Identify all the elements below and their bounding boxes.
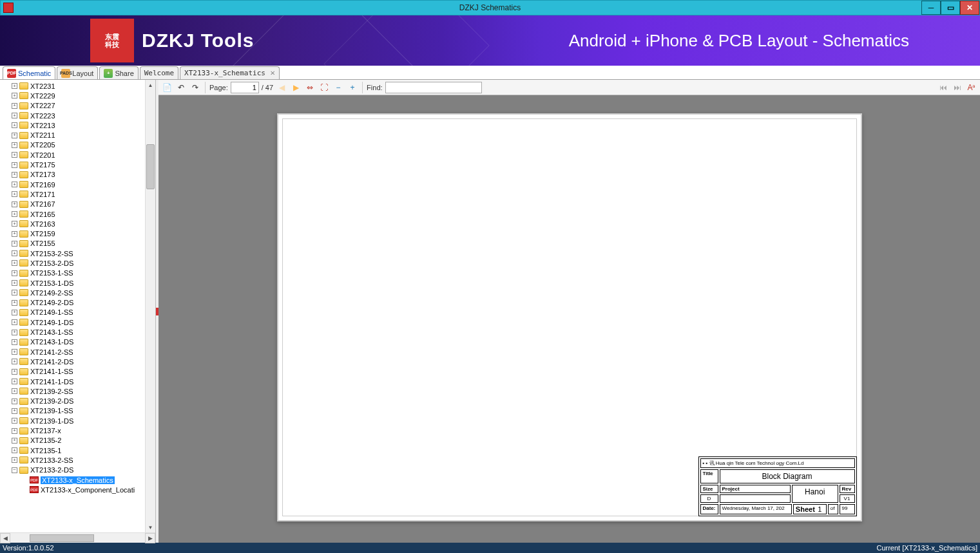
tree-folder[interactable]: XT2139-1-DS — [12, 416, 145, 426]
tree-folder[interactable]: XT2205 — [12, 140, 145, 150]
tree-folder[interactable]: XT2137-x — [12, 426, 145, 435]
close-button[interactable]: ✕ — [960, 1, 979, 15]
tree-folder[interactable]: XT2141-2-SS — [12, 347, 145, 357]
tree-folder[interactable]: XT2167 — [12, 200, 145, 209]
vertical-scrollbar[interactable]: ▲ ▼ — [145, 80, 155, 532]
expand-icon[interactable] — [12, 202, 17, 207]
tab-close-icon[interactable]: ✕ — [270, 70, 275, 77]
expand-icon[interactable] — [12, 457, 17, 463]
tree-folder[interactable]: XT2153-2-SS — [12, 248, 145, 258]
document-canvas[interactable]: ▪ ▪ 讯 Hua qin Tele com Technol ogy Com.L… — [159, 95, 980, 543]
expand-icon[interactable] — [12, 113, 17, 118]
expand-icon[interactable] — [12, 270, 17, 276]
tree-folder[interactable]: XT2153-2-DS — [12, 258, 145, 268]
expand-icon[interactable] — [12, 319, 17, 325]
minimize-button[interactable]: ─ — [921, 1, 941, 15]
tree-view[interactable]: XT2231XT2229XT2227XT2223XT2213XT2211XT22… — [0, 80, 145, 532]
expand-icon[interactable] — [12, 408, 17, 414]
tree-folder[interactable]: XT2143-1-SS — [12, 327, 145, 337]
expand-icon[interactable] — [12, 93, 17, 98]
tree-file[interactable]: PDFXT2133-x_Schematics — [12, 475, 145, 485]
expand-icon[interactable] — [12, 122, 17, 128]
zoom-in-button[interactable]: + — [347, 82, 358, 93]
tree-folder[interactable]: XT2229 — [12, 91, 145, 100]
page-number-input[interactable] — [231, 82, 259, 93]
collapse-icon[interactable] — [12, 467, 17, 473]
scroll-right-button[interactable]: ▶ — [145, 533, 155, 543]
tree-folder[interactable]: XT2149-1-DS — [12, 317, 145, 327]
scroll-left-button[interactable]: ◀ — [0, 533, 10, 543]
tree-folder[interactable]: XT2141-2-DS — [12, 357, 145, 366]
expand-icon[interactable] — [12, 260, 17, 266]
expand-icon[interactable] — [12, 221, 17, 227]
tree-folder[interactable]: XT2149-2-DS — [12, 298, 145, 308]
expand-icon[interactable] — [12, 152, 17, 158]
tree-folder[interactable]: XT2223 — [12, 111, 145, 120]
expand-icon[interactable] — [12, 398, 17, 404]
tree-folder[interactable]: XT2169 — [12, 180, 145, 189]
find-prev-button[interactable]: ⏮ — [937, 82, 949, 93]
expand-icon[interactable] — [12, 447, 17, 453]
expand-icon[interactable] — [12, 191, 17, 197]
maximize-button[interactable]: ▭ — [941, 1, 960, 15]
expand-icon[interactable] — [12, 241, 17, 247]
expand-icon[interactable] — [12, 133, 17, 138]
expand-icon[interactable] — [12, 418, 17, 424]
tree-folder[interactable]: XT2175 — [12, 160, 145, 169]
mode-tab-share[interactable]: + Share — [99, 66, 138, 79]
expand-icon[interactable] — [12, 379, 17, 384]
mode-tab-schematic[interactable]: PDF Schematic — [3, 66, 55, 79]
tree-folder[interactable]: XT2143-1-DS — [12, 337, 145, 347]
tree-folder[interactable]: XT2155 — [12, 239, 145, 248]
splitter-handle-icon[interactable] — [156, 308, 159, 315]
expand-icon[interactable] — [12, 162, 17, 168]
expand-icon[interactable] — [12, 438, 17, 444]
fit-width-button[interactable]: ⇔ — [304, 82, 316, 93]
tree-folder[interactable]: XT2149-2-SS — [12, 288, 145, 297]
tree-folder[interactable]: XT2201 — [12, 150, 145, 160]
tree-folder[interactable]: XT2153-1-DS — [12, 278, 145, 288]
expand-icon[interactable] — [12, 300, 17, 306]
tree-file[interactable]: PDFXT2133-x_Component_Locati — [12, 485, 145, 494]
tree-folder-open[interactable]: XT2133-2-DS — [12, 465, 145, 475]
tree-folder[interactable]: XT2135-2 — [12, 436, 145, 445]
splitter[interactable] — [156, 80, 159, 543]
expand-icon[interactable] — [12, 339, 17, 345]
rotate-left-button[interactable]: ↶ — [175, 82, 187, 93]
tree-folder[interactable]: XT2163 — [12, 219, 145, 229]
tree-folder[interactable]: XT2227 — [12, 101, 145, 111]
expand-icon[interactable] — [12, 290, 17, 295]
fit-page-button[interactable]: ⛶ — [318, 82, 330, 93]
expand-icon[interactable] — [12, 388, 17, 394]
scrollbar-thumb[interactable] — [146, 144, 155, 189]
tree-folder[interactable]: XT2139-2-DS — [12, 397, 145, 406]
expand-icon[interactable] — [12, 142, 17, 148]
next-page-button[interactable]: ▶ — [290, 82, 302, 93]
tree-folder[interactable]: XT2213 — [12, 120, 145, 130]
tree-folder[interactable]: XT2133-2-SS — [12, 455, 145, 465]
expand-icon[interactable] — [12, 280, 17, 286]
tree-folder[interactable]: XT2141-1-SS — [12, 367, 145, 377]
zoom-out-button[interactable]: − — [332, 82, 344, 93]
expand-icon[interactable] — [12, 250, 17, 256]
copy-button[interactable]: 📄 — [161, 82, 173, 93]
expand-icon[interactable] — [12, 369, 17, 375]
tree-folder[interactable]: XT2153-1-SS — [12, 268, 145, 278]
tree-folder[interactable]: XT2231 — [12, 81, 145, 91]
tree-folder[interactable]: XT2149-1-SS — [12, 308, 145, 317]
tree-folder[interactable]: XT2165 — [12, 209, 145, 219]
doc-tab-schematics[interactable]: XT2133-x_Schematics ✕ — [180, 66, 280, 79]
expand-icon[interactable] — [12, 231, 17, 237]
expand-icon[interactable] — [12, 211, 17, 217]
tree-folder[interactable]: XT2135-1 — [12, 445, 145, 455]
expand-icon[interactable] — [12, 172, 17, 178]
expand-icon[interactable] — [12, 428, 17, 434]
tree-folder[interactable]: XT2159 — [12, 229, 145, 238]
mode-tab-layout[interactable]: PADS Layout — [57, 66, 98, 79]
prev-page-button[interactable]: ◀ — [276, 82, 287, 93]
horizontal-scrollbar[interactable]: ◀ ▶ — [0, 532, 155, 543]
expand-icon[interactable] — [12, 83, 17, 89]
tree-folder[interactable]: XT2173 — [12, 170, 145, 180]
expand-icon[interactable] — [12, 359, 17, 364]
tree-folder[interactable]: XT2141-1-DS — [12, 377, 145, 386]
